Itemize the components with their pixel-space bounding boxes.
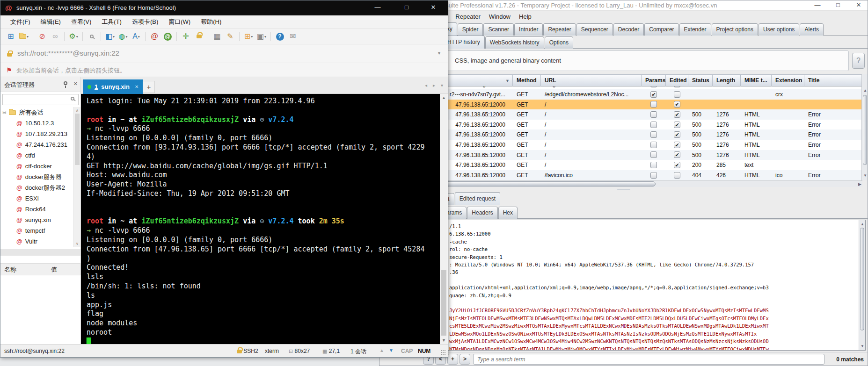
column-header-mime-t[interactable]: MIME t... [741,74,772,86]
help-icon[interactable]: ? [274,31,285,42]
search-add-button[interactable]: + [447,354,458,365]
tab-scanner[interactable]: Scanner [483,23,514,36]
lock-icon[interactable] [193,31,204,42]
search-input[interactable] [473,354,824,365]
table-row[interactable]: 47.96.138.65:12000GET/✔5001276HTMLError [379,140,862,150]
checkbox-checked[interactable]: ✔ [674,101,680,108]
checkbox[interactable] [674,91,680,98]
tab-repeater[interactable]: Repeater [543,23,576,36]
column-header-extension[interactable]: Extension [772,74,804,86]
new-tab-button[interactable]: + [143,81,155,93]
checkbox[interactable] [650,162,657,168]
session-item-ctf-docker[interactable]: @ctf-docker [0,161,73,172]
tab-project-options[interactable]: Project options [712,23,758,36]
scroll-down-icon[interactable]: ▼ [389,348,394,353]
xshell-close-button[interactable]: ✕ [423,0,444,15]
table-vertical-scrollbar[interactable]: ▲ ▼ [861,74,868,180]
resize-grip[interactable] [440,350,446,355]
checkbox-checked[interactable]: ✔ [674,151,680,158]
column-header-edited[interactable]: Edited [666,74,688,86]
checkbox-checked[interactable]: ✔ [674,142,680,148]
search-next-button[interactable]: > [460,354,470,365]
address-dropdown-icon[interactable]: ▾ [438,50,440,56]
sidebar-splitter[interactable] [0,249,80,256]
checkbox-checked[interactable]: ✔ [674,111,680,118]
xagent-icon[interactable]: @ [162,31,173,42]
scroll-up-icon[interactable]: ▲ [442,95,446,100]
viewtab-hex[interactable]: Hex [498,207,518,219]
menu-item-b[interactable]: 选项卡(B) [127,18,163,26]
reconnect-icon[interactable]: ∞ [50,31,61,42]
edited-request-viewer[interactable]: /1.16.138.65:12000-cacherol: no-cachesec… [382,220,866,351]
menu-item-w[interactable]: 窗口(W) [163,18,196,26]
menu-item-t[interactable]: 工具(T) [96,18,127,26]
terminal-scrollbar[interactable]: ▲ ▼ [440,94,447,344]
pin-icon[interactable] [64,81,67,85]
column-header-length[interactable]: Length [713,74,741,86]
subtab-options[interactable]: Options [545,36,573,49]
table-row[interactable]: 47.96.138.65:12000GET/✔5001276HTMLError [379,120,862,130]
scroll-up-icon[interactable]: ∧ [76,108,79,113]
tab-alerts[interactable]: Alerts [800,23,824,36]
fullscreen-icon[interactable]: ✛ [180,31,191,42]
session-item-docker-2[interactable]: @docker服务器2 [0,182,73,193]
panel-splitter[interactable] [379,187,868,192]
tab-user-options[interactable]: User options [759,23,799,36]
column-header-status[interactable]: Status [688,74,713,86]
column-header-url[interactable]: URL [541,74,642,86]
scroll-up-icon[interactable]: ▲ [863,88,867,93]
table-row[interactable]: 47.96.138.65:12000GET/✔5001276HTMLError [379,109,862,120]
session-item-tempctf[interactable]: @tempctf [0,225,73,236]
collapse-icon[interactable]: ⊟ [2,110,6,115]
tab-sequencer[interactable]: Sequencer [576,23,613,36]
menu-item-e[interactable]: 编辑(E) [36,18,66,26]
tab-intruder[interactable]: Intruder [514,23,543,36]
new-session-icon[interactable]: ⊞ [5,31,16,42]
column-header-method[interactable]: Method [513,74,541,86]
session-item-docker[interactable]: @docker服务器 [0,172,73,182]
tree-scrollbar[interactable]: ∧ ∨ [73,107,80,247]
tab-prev-icon[interactable]: ◂ [425,83,427,88]
table-row[interactable]: 47.96.138.65:12000GET/✔5001276HTMLError [379,150,862,160]
session-item-vultr[interactable]: @Vultr [0,236,73,247]
session-item-rock64[interactable]: @Rock64 [0,204,73,215]
scroll-right-icon[interactable]: ▶ [858,182,861,187]
menu-item-v[interactable]: 查看(V) [66,18,96,26]
scrollbar-thumb[interactable] [860,228,864,330]
session-root[interactable]: ⊟ 所有会话 [0,107,73,118]
scroll-down-icon[interactable]: ▼ [863,173,867,178]
web-icon[interactable]: ◍▾ [117,31,129,42]
tab-decoder[interactable]: Decoder [613,23,644,36]
terminal-tab-sunyq[interactable]: 1 sunyq.xin ✕ [83,79,143,94]
burp-minimize-button[interactable]: — [813,1,822,8]
menu-item-window[interactable]: Window [485,13,515,20]
scroll-down-icon[interactable]: ∨ [76,242,79,246]
terminal[interactable]: Last login: Tue May 21 21:39:01 2019 fro… [81,94,440,344]
scrollbar-thumb[interactable] [441,270,446,336]
checkbox[interactable] [650,101,657,108]
request-vertical-scrollbar[interactable]: ▲ ▼ [859,220,865,350]
checkbox[interactable] [650,131,657,138]
find-icon[interactable] [86,31,97,42]
session-item-107-182-29-213[interactable]: @107.182.29.213 [0,129,73,139]
xshell-minimize-button[interactable]: — [367,0,388,15]
menu-item-repeater[interactable]: Repeater [451,13,484,20]
subtab-http-history[interactable]: HTTP history [443,36,485,49]
menu-item-f[interactable]: 文件(F) [5,18,36,26]
table-row[interactable]: 47.96.138.65:12000GET/✔ [379,100,862,110]
checkbox[interactable] [650,111,657,118]
checkbox-checked[interactable]: ✔ [674,131,680,138]
compose-icon[interactable]: ◧▾ [104,31,116,42]
tab-next-icon[interactable]: ▸ [433,83,435,88]
highlighter-icon[interactable]: ✎ [225,31,236,42]
session-item-10-50-12-3[interactable]: @10.50.12.3 [0,118,73,129]
table-row[interactable]: 47.96.138.65:12000GET/✔5001276HTMLError [379,129,862,140]
tab-extender[interactable]: Extender [679,23,711,36]
session-properties-icon[interactable]: ⚙▾ [68,31,79,42]
filter-help-button[interactable]: ? [852,53,865,69]
reqtab-edited-request[interactable]: Edited request [455,192,500,205]
menu-item-help[interactable]: Help [515,13,536,20]
column-header-title[interactable]: Title [804,74,862,86]
scrollbar-thumb[interactable] [863,95,867,165]
table-row[interactable]: r2---sn-n4v7sn7y.gvt...GET/edgedl/chrome… [379,89,862,100]
